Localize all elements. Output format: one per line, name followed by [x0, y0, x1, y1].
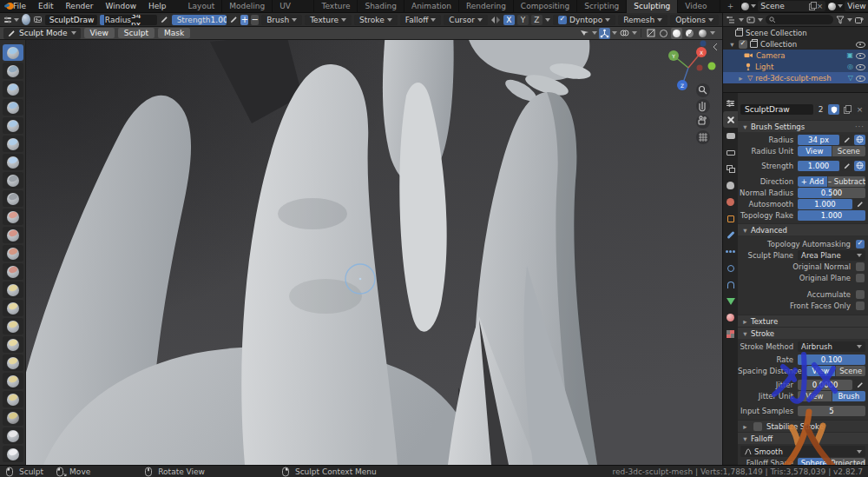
workspace-tab[interactable]: Texture Paint — [314, 0, 358, 13]
jitter-slider[interactable]: 0.0000 — [798, 380, 852, 390]
shading-solid-icon[interactable] — [671, 28, 682, 39]
scene-field[interactable]: Scene × — [758, 1, 825, 11]
mode-dropdown[interactable]: Sculpt Mode — [3, 28, 81, 39]
eye-visibility-icon[interactable] — [856, 40, 865, 48]
accumulate-checkbox[interactable] — [856, 290, 865, 299]
browse-brush-button[interactable] — [33, 15, 43, 25]
spacing-distance-segmented[interactable]: ViewScene — [806, 366, 865, 376]
editor-type-button[interactable] — [3, 15, 19, 25]
original-normal-checkbox[interactable] — [856, 262, 865, 271]
jitter-unit-segmented[interactable]: ViewBrush — [798, 391, 865, 401]
outliner-row-collection[interactable]: ▾ Collection — [723, 38, 868, 50]
user-count-button[interactable]: 2 — [815, 104, 826, 115]
gizmo-x-neg[interactable] — [697, 65, 703, 71]
panel-header-stabilize-stroke[interactable]: ▸ Stabilize Stroke — [738, 420, 868, 432]
properties-tab-particles[interactable] — [723, 243, 738, 260]
workspace-tab[interactable]: Modeling — [222, 0, 273, 13]
chevron-down-icon[interactable] — [751, 4, 756, 8]
header-menu[interactable]: Falloff — [400, 15, 442, 25]
brush-fill[interactable] — [3, 227, 23, 243]
menu-render[interactable]: Render — [60, 0, 100, 13]
properties-tab-world[interactable] — [723, 194, 738, 210]
header-menu[interactable]: Texture — [305, 15, 352, 25]
brush-slide-relax[interactable] — [3, 409, 23, 426]
strength-slider[interactable]: Strength 1.000 — [172, 15, 227, 25]
menu-window[interactable]: Window — [100, 0, 143, 13]
dyntopo-menu[interactable]: Dyntopo — [553, 15, 615, 25]
eye-visibility-icon[interactable] — [856, 51, 865, 59]
dyntopo-checkbox[interactable] — [558, 16, 567, 24]
new-brush-copy-button[interactable] — [841, 104, 852, 115]
autosmooth-pressure-button[interactable] — [854, 199, 865, 209]
radius-unit-segmented[interactable]: ViewScene — [798, 146, 865, 156]
strength-pressure-button[interactable] — [229, 15, 238, 25]
chevron-down-icon[interactable] — [847, 18, 852, 22]
direction-segmented[interactable]: + Add– Subtract — [798, 176, 865, 187]
copy-icon[interactable] — [808, 2, 817, 10]
input-samples-field[interactable]: 5 — [798, 406, 865, 416]
brush-preview-icon[interactable] — [22, 14, 30, 25]
workspace-tab[interactable]: Layout — [181, 0, 223, 13]
outliner-row-scene-collection[interactable]: Scene Collection — [723, 27, 868, 38]
camera-view-icon[interactable] — [696, 115, 710, 129]
gizmos-toggle-icon[interactable] — [599, 28, 610, 39]
new-collection-icon[interactable] — [855, 16, 865, 24]
panel-header-advanced[interactable]: ▾Advanced — [738, 223, 868, 235]
brush-simplify[interactable] — [3, 427, 23, 444]
autosmooth-slider[interactable]: 1.000 — [798, 199, 852, 209]
workspace-tab[interactable]: UV Editing — [273, 0, 314, 13]
brush-nudge[interactable] — [3, 373, 23, 389]
object-visibility-icon[interactable] — [579, 28, 590, 39]
brush-clay[interactable] — [3, 81, 23, 97]
stroke-method-dropdown[interactable]: Airbrush — [798, 341, 865, 352]
properties-tab-physics[interactable] — [723, 260, 738, 276]
workspace-tab[interactable]: Shading — [358, 0, 404, 13]
light-data-icon[interactable]: ◎ — [847, 63, 853, 70]
viewport-3d[interactable]: Y X Z — [26, 40, 722, 465]
brush-scrape[interactable] — [3, 245, 23, 262]
radius-pressure-button[interactable] — [160, 15, 168, 25]
add-brush-button[interactable]: + — [240, 15, 248, 25]
chevron-down-icon[interactable] — [632, 31, 637, 35]
chevron-down-icon[interactable] — [710, 31, 715, 35]
workspace-tab[interactable]: Video Editing — [678, 0, 720, 13]
shading-rendered-icon[interactable] — [697, 28, 708, 39]
rate-slider[interactable]: 0.100 — [798, 354, 865, 365]
expander-icon[interactable]: ▸ — [737, 74, 745, 83]
brush-elastic-deform[interactable] — [3, 300, 23, 316]
workspace-tab[interactable]: Rendering — [459, 0, 514, 13]
properties-tab-scene[interactable] — [723, 177, 738, 194]
shading-material-icon[interactable] — [684, 28, 695, 39]
topology-automasking-checkbox[interactable] — [856, 240, 865, 248]
panel-header-texture[interactable]: ▸Texture — [738, 315, 868, 327]
overlays-toggle-icon[interactable] — [619, 28, 630, 39]
brush-draw-sharp[interactable] — [3, 63, 23, 79]
scene-icon[interactable] — [741, 3, 749, 10]
mirror-x-button[interactable]: X — [503, 15, 515, 25]
view-layer-icon[interactable] — [828, 3, 836, 10]
filter-funnel-icon[interactable] — [836, 16, 845, 24]
brush-inflate[interactable] — [3, 136, 23, 152]
brush-layer[interactable] — [3, 117, 23, 134]
subtract-brush-button[interactable]: − — [251, 15, 259, 25]
brush-clay-strips[interactable] — [3, 99, 23, 116]
chevron-down-icon[interactable] — [739, 18, 744, 22]
chevron-down-icon[interactable] — [612, 31, 617, 35]
workspace-tab[interactable]: Scripting — [577, 0, 627, 13]
unified-strength-button[interactable] — [854, 161, 865, 171]
mirror-z-button[interactable]: Z — [531, 15, 542, 25]
header-menu[interactable]: Cursor — [444, 15, 488, 25]
topology-rake-slider[interactable]: 1.000 — [798, 210, 865, 221]
front-faces-only-checkbox[interactable] — [856, 301, 865, 310]
chevron-down-icon[interactable] — [545, 18, 550, 22]
workspace-tab[interactable]: + — [720, 0, 742, 13]
properties-tab-view-layer[interactable] — [723, 161, 738, 177]
properties-tab-output[interactable] — [723, 144, 738, 161]
workspace-tab[interactable]: Animation — [404, 0, 459, 13]
stabilize-stroke-checkbox[interactable] — [753, 422, 762, 431]
strength-slider[interactable]: 1.000 — [798, 161, 839, 171]
menu-edit[interactable]: Edit — [32, 0, 59, 13]
pan-hand-icon[interactable] — [696, 99, 710, 113]
panel-header-stroke[interactable]: ▾Stroke — [738, 327, 868, 339]
outliner-row-light[interactable]: Light ◎ — [723, 61, 868, 72]
